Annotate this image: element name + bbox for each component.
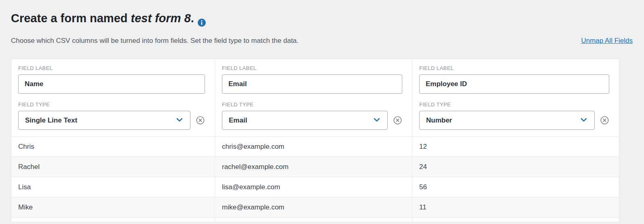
field-label-caption: FIELD LABEL bbox=[222, 65, 402, 72]
circle-x-icon[interactable] bbox=[196, 116, 205, 125]
field-type-value: Single Line Text bbox=[25, 116, 77, 125]
field-label-input-name[interactable] bbox=[18, 74, 205, 94]
field-type-caption: FIELD TYPE bbox=[419, 101, 609, 108]
table-cell: chris@example.com bbox=[215, 137, 412, 156]
table-cell: 11 bbox=[412, 197, 619, 217]
table-row-partial bbox=[11, 217, 619, 222]
table-cell: lisa@example.com bbox=[215, 177, 412, 197]
mapper-column-name: FIELD LABEL FIELD TYPE Single Line Text bbox=[11, 59, 215, 136]
mapper-header-row: FIELD LABEL FIELD TYPE Single Line Text bbox=[11, 59, 619, 136]
field-type-row: Single Line Text bbox=[18, 111, 205, 130]
page-title: Create a form named test form 8. bbox=[11, 11, 644, 26]
table-cell: Rachel bbox=[11, 157, 215, 177]
table-row: Mike mike@example.com 11 bbox=[11, 197, 619, 217]
table-cell: 12 bbox=[412, 137, 619, 156]
chevron-down-icon bbox=[175, 116, 184, 125]
subheader-row: Choose which CSV columns will be turned … bbox=[11, 37, 633, 45]
table-cell bbox=[412, 218, 619, 222]
field-type-value: Email bbox=[229, 116, 247, 125]
table-cell: rachel@example.com bbox=[215, 157, 412, 177]
form-name: test form 8 bbox=[131, 12, 191, 25]
field-label-caption: FIELD LABEL bbox=[18, 65, 205, 72]
table-row: Rachel rachel@example.com 24 bbox=[11, 156, 619, 177]
table-cell: Mike bbox=[11, 197, 215, 217]
chevron-down-icon bbox=[580, 116, 588, 125]
field-type-caption: FIELD TYPE bbox=[222, 101, 402, 108]
table-cell: 56 bbox=[412, 177, 619, 197]
field-type-row: Number bbox=[419, 111, 609, 130]
field-type-select-name[interactable]: Single Line Text bbox=[18, 111, 190, 130]
mapper-column-employee-id: FIELD LABEL FIELD TYPE Number bbox=[412, 59, 619, 136]
field-type-select-email[interactable]: Email bbox=[222, 111, 388, 130]
field-type-value: Number bbox=[426, 116, 452, 125]
field-mapper-panel: FIELD LABEL FIELD TYPE Single Line Text bbox=[11, 59, 619, 222]
title-period: . bbox=[191, 12, 194, 25]
field-type-caption: FIELD TYPE bbox=[18, 101, 205, 108]
circle-x-icon[interactable] bbox=[600, 116, 609, 125]
page-title-text: Create a form named test form 8. bbox=[11, 11, 194, 26]
csv-mapper-page: Create a form named test form 8. Choose … bbox=[0, 0, 644, 222]
instructions-text: Choose which CSV columns will be turned … bbox=[11, 37, 299, 45]
table-cell: mike@example.com bbox=[215, 197, 412, 217]
field-type-select-employee-id[interactable]: Number bbox=[419, 111, 595, 130]
field-label-caption: FIELD LABEL bbox=[419, 65, 609, 72]
field-label-input-email[interactable] bbox=[222, 74, 402, 94]
table-cell: Chris bbox=[11, 137, 215, 156]
title-prefix: Create a form named bbox=[11, 12, 131, 25]
mapper-column-email: FIELD LABEL FIELD TYPE Email bbox=[215, 59, 412, 136]
info-icon[interactable] bbox=[198, 15, 206, 23]
table-cell: Lisa bbox=[11, 177, 215, 197]
table-cell bbox=[215, 218, 412, 222]
table-row: Chris chris@example.com 12 bbox=[11, 136, 619, 156]
table-row: Lisa lisa@example.com 56 bbox=[11, 177, 619, 197]
table-cell: 24 bbox=[412, 157, 619, 177]
chevron-down-icon bbox=[373, 116, 381, 125]
field-type-row: Email bbox=[222, 111, 402, 130]
field-label-input-employee-id[interactable] bbox=[419, 74, 609, 94]
circle-x-icon[interactable] bbox=[393, 116, 402, 125]
table-cell bbox=[11, 218, 215, 222]
unmap-all-fields-link[interactable]: Unmap All Fields bbox=[581, 37, 633, 45]
